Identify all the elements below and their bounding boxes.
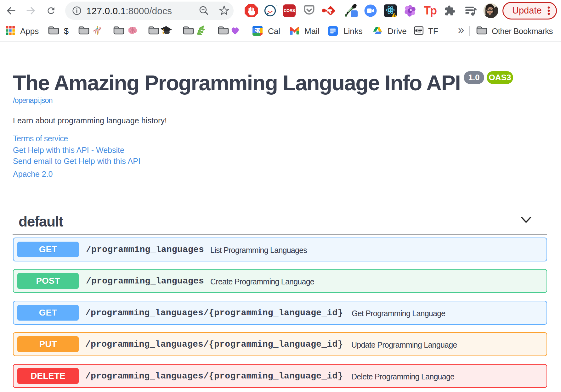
svg-text:27: 27 — [255, 28, 261, 34]
svg-text:™: ™ — [275, 4, 277, 8]
